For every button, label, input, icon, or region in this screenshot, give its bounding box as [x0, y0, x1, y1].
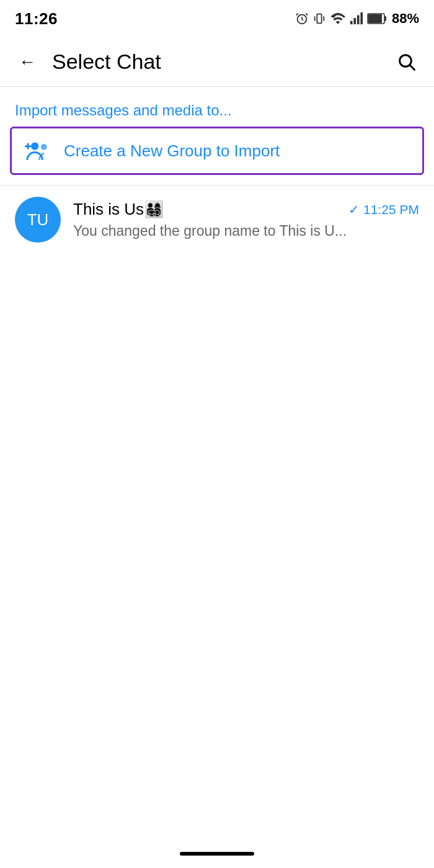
svg-rect-5: [360, 12, 363, 24]
svg-point-12: [41, 144, 47, 150]
create-group-label: Create a New Group to Import: [64, 141, 280, 161]
alarm-icon: [295, 12, 309, 25]
create-group-button[interactable]: Create a New Group to Import: [10, 127, 424, 175]
svg-point-9: [400, 55, 412, 66]
chat-name: This is Us👨‍👩‍👧‍👦: [73, 200, 164, 219]
page-title: Select Chat: [52, 50, 392, 74]
battery-percent: 88%: [392, 11, 419, 27]
battery-icon: [367, 12, 387, 25]
back-arrow-icon: ←: [19, 52, 36, 72]
status-icons: 88%: [295, 11, 419, 27]
chat-header-row: This is Us👨‍👩‍👧‍👦 ✓ 11:25 PM: [73, 200, 419, 219]
svg-rect-1: [317, 14, 321, 24]
back-button[interactable]: ←: [12, 47, 42, 77]
signal-icon: [350, 12, 363, 25]
status-icon-group: [295, 12, 387, 25]
avatar: TU: [15, 197, 61, 243]
section-import-label: Import messages and media to...: [0, 87, 434, 127]
svg-rect-8: [368, 14, 382, 23]
chat-timestamp: 11:25 PM: [363, 202, 419, 217]
add-group-icon: [24, 140, 51, 162]
vibrate-icon: [312, 12, 326, 25]
svg-rect-2: [350, 21, 353, 24]
svg-rect-7: [384, 16, 386, 21]
status-time: 11:26: [15, 9, 58, 29]
svg-point-11: [31, 143, 38, 150]
chat-preview: You changed the group name to This is U.…: [73, 223, 419, 239]
chat-time: ✓ 11:25 PM: [348, 202, 419, 217]
top-nav: ← Select Chat: [0, 37, 434, 87]
svg-line-10: [410, 65, 415, 70]
search-icon: [397, 52, 417, 72]
chat-list: TU This is Us👨‍👩‍👧‍👦 ✓ 11:25 PM You chan…: [0, 186, 434, 254]
avatar-text: TU: [27, 210, 49, 230]
chat-info: This is Us👨‍👩‍👧‍👦 ✓ 11:25 PM You changed…: [73, 200, 419, 239]
search-button[interactable]: [392, 47, 422, 77]
wifi-icon: [330, 12, 346, 25]
svg-rect-3: [353, 18, 356, 24]
check-icon: ✓: [348, 202, 360, 217]
svg-rect-4: [357, 16, 360, 25]
bottom-indicator: [180, 852, 254, 856]
chat-item[interactable]: TU This is Us👨‍👩‍👧‍👦 ✓ 11:25 PM You chan…: [0, 186, 434, 254]
status-bar: 11:26: [0, 0, 434, 37]
